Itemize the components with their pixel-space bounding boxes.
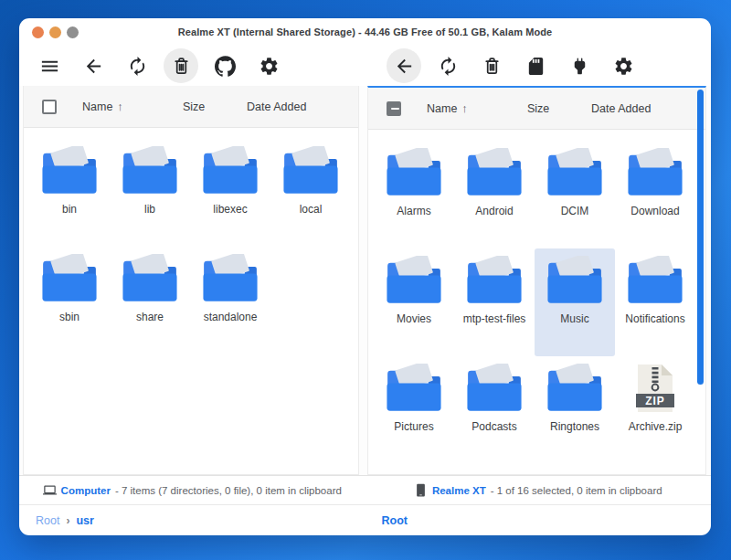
file-item-selected[interactable]: Music [535,248,615,356]
local-files-grid: bin lib libexec local sbin share standal… [24,128,358,354]
hamburger-menu-icon [39,56,60,77]
file-item[interactable]: local [270,139,351,247]
device-settings-button[interactable] [606,48,641,83]
file-item[interactable]: sbin [29,247,110,354]
toolbar-row [19,46,711,86]
file-item[interactable]: standalone [190,247,270,354]
device-status-text: - 1 of 16 selected, 0 item in clipboard [491,485,662,496]
vertical-scrollbar[interactable] [697,90,704,385]
file-item[interactable]: Pictures [374,356,454,464]
file-item[interactable]: Movies [374,248,454,356]
local-select-all-checkbox[interactable] [42,100,57,114]
settings-gear-icon [259,56,280,77]
local-refresh-button[interactable] [120,48,154,83]
folder-icon [384,364,444,413]
device-table-header: Name ↑ Size Date Added [368,88,705,130]
device-date-column-header[interactable]: Date Added [591,102,705,115]
device-select-all-checkbox[interactable] [387,101,401,116]
device-delete-button[interactable] [474,48,509,83]
power-plug-icon [569,56,590,77]
back-arrow-icon [83,56,104,77]
close-window-button[interactable] [32,26,44,38]
window-title: Realme XT (Internal Shared Storage) - 44… [19,18,711,46]
folder-icon [464,256,524,305]
local-delete-button[interactable] [164,48,198,83]
file-item[interactable]: mtp-test-files [454,248,535,356]
zoom-window-button[interactable] [67,26,79,38]
local-status-text: - 7 items (7 directories, 0 file), 0 ite… [115,485,342,496]
file-item[interactable]: Alarms [374,141,454,248]
traffic-lights [32,26,79,38]
breadcrumb-current-folder[interactable]: usr [76,514,93,527]
smartphone-icon [414,483,428,497]
folder-icon [200,146,260,195]
folder-icon [120,254,180,303]
local-back-button[interactable] [76,48,111,83]
local-table-header: Name ↑ Size Date Added [24,86,358,128]
file-item[interactable]: lib [110,139,190,247]
status-bar: Computer - 7 items (7 directories, 0 fil… [19,475,711,504]
file-item[interactable]: libexec [190,139,270,247]
local-size-column-header[interactable]: Size [183,100,247,113]
file-item[interactable]: Download [615,141,695,248]
refresh-icon [438,56,459,77]
file-item[interactable]: share [110,247,190,354]
device-breadcrumb: Root [366,514,712,527]
local-pane: Name ↑ Size Date Added bin lib libexec l… [23,86,359,475]
zip-file-icon: ZIP [625,364,685,413]
back-arrow-icon [394,56,415,77]
folder-icon [120,146,180,195]
folder-icon [625,256,685,305]
file-item[interactable]: Notifications [615,248,695,356]
app-window: Realme XT (Internal Shared Storage) - 44… [19,18,711,535]
folder-icon [625,148,685,197]
github-button[interactable] [207,48,242,83]
folder-icon [545,256,605,305]
minimize-window-button[interactable] [49,26,61,38]
folder-icon [39,146,100,195]
sort-ascending-icon: ↑ [117,100,123,113]
chevron-right-icon: › [66,514,69,527]
computer-link[interactable]: Computer [61,485,111,496]
reconnect-device-button[interactable] [562,48,597,83]
refresh-icon [127,56,148,77]
file-item[interactable]: Ringtones [535,356,615,464]
local-settings-button[interactable] [251,48,286,83]
title-bar: Realme XT (Internal Shared Storage) - 44… [19,18,711,46]
file-item[interactable]: bin [29,139,110,247]
folder-icon [384,256,444,305]
device-size-column-header[interactable]: Size [527,102,591,115]
folder-icon [39,254,100,303]
device-pane: Name ↑ Size Date Added Alarms Android DC… [367,86,706,475]
local-date-column-header[interactable]: Date Added [247,100,358,113]
svg-text:ZIP: ZIP [645,395,665,407]
storage-select-button[interactable] [518,48,553,83]
device-refresh-button[interactable] [430,48,465,83]
hamburger-menu-button[interactable] [32,48,67,83]
trash-icon [482,56,503,77]
device-name-column-header[interactable]: Name ↑ [419,101,527,115]
device-link[interactable]: Realme XT [432,485,486,496]
folder-icon [464,148,524,197]
breadcrumb-root-link[interactable]: Root [382,514,408,527]
local-toolbar [32,48,286,83]
folder-icon [545,148,605,197]
folder-icon [464,364,524,413]
github-icon [215,56,236,77]
local-status: Computer - 7 items (7 directories, 0 fil… [19,483,366,497]
file-item[interactable]: DCIM [535,141,615,248]
local-name-column-header[interactable]: Name ↑ [75,100,183,113]
folder-icon [384,148,444,197]
laptop-icon [43,483,57,497]
file-item[interactable]: ZIP Archive.zip [615,356,695,464]
file-item[interactable]: Android [454,141,535,248]
breadcrumb-root-link[interactable]: Root [36,514,59,527]
sort-ascending-icon: ↑ [461,101,468,115]
file-item[interactable]: Podcasts [454,356,535,464]
breadcrumb-bar: Root › usr Root [19,504,711,535]
folder-icon [545,364,605,413]
settings-gear-icon [613,56,634,77]
local-breadcrumb: Root › usr [19,514,366,527]
device-files-grid: Alarms Android DCIM Download Movies mtp-… [368,130,705,464]
device-back-button[interactable] [387,48,421,83]
